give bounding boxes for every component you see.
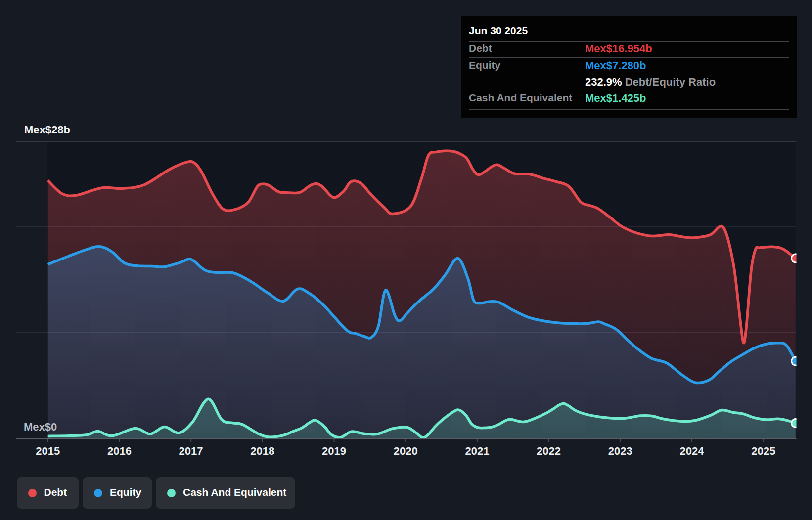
svg-text:2018: 2018 [250, 445, 274, 457]
svg-text:2019: 2019 [322, 445, 346, 457]
svg-text:Mex$0: Mex$0 [24, 421, 57, 433]
svg-text:2017: 2017 [179, 445, 203, 457]
svg-text:2020: 2020 [394, 445, 418, 457]
svg-text:2024: 2024 [680, 445, 705, 457]
svg-text:2016: 2016 [107, 445, 132, 457]
svg-text:2023: 2023 [608, 445, 632, 457]
svg-text:2015: 2015 [36, 445, 60, 457]
svg-text:2022: 2022 [537, 445, 561, 457]
svg-text:2021: 2021 [465, 445, 489, 457]
svg-text:2025: 2025 [751, 445, 775, 457]
svg-text:Mex$28b: Mex$28b [24, 124, 70, 136]
